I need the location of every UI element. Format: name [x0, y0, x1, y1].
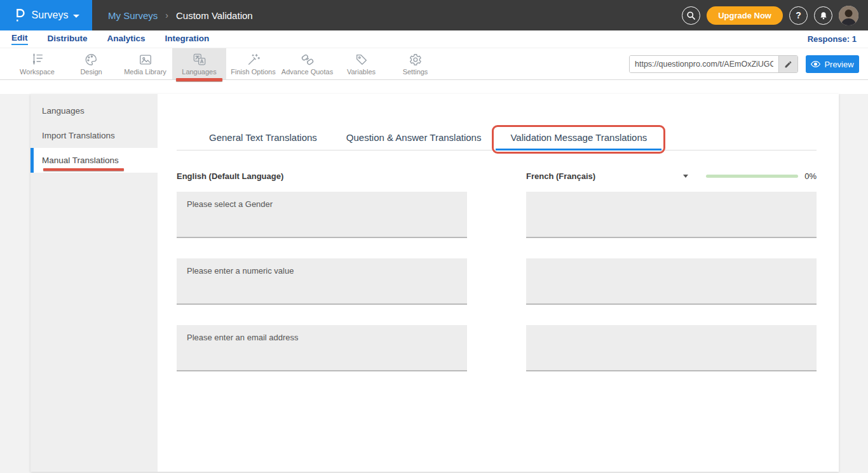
- target-language-select[interactable]: French (Français): [526, 171, 688, 181]
- target-text-field[interactable]: [526, 258, 817, 305]
- help-button[interactable]: ?: [789, 6, 808, 25]
- toolbar-item-label: Languages: [182, 68, 216, 76]
- source-text-field[interactable]: Please enter a numeric value: [177, 258, 467, 305]
- top-header: Surveys My Surveys › Custom Validation U…: [0, 0, 868, 30]
- response-count: Response: 1: [808, 34, 857, 44]
- source-language-label: English (Default Language): [177, 171, 283, 181]
- upgrade-now-button[interactable]: Upgrade Now: [707, 6, 783, 25]
- survey-url-input[interactable]: [630, 56, 778, 72]
- languages-icon: [192, 53, 207, 67]
- toolbar-item-label: Advance Quotas: [281, 68, 333, 76]
- toolbar-right-actions: Preview: [629, 55, 859, 73]
- tab-validation-message-translations[interactable]: Validation Message Translations: [496, 126, 661, 150]
- source-text-field[interactable]: Please enter an email address: [177, 325, 467, 371]
- tab-analytics[interactable]: Analytics: [107, 34, 146, 44]
- toolbar-item-label: Media Library: [124, 68, 166, 76]
- tab-distribute[interactable]: Distribute: [48, 34, 88, 44]
- product-name: Surveys: [32, 10, 69, 21]
- survey-url-group: [629, 55, 798, 73]
- translation-progress-percent: 0%: [804, 171, 817, 181]
- toolbar-item-design[interactable]: Design: [64, 48, 118, 79]
- finish-options-icon: [246, 53, 261, 67]
- sidebar-item-languages[interactable]: Languages: [31, 98, 158, 123]
- toolbar-item-settings[interactable]: Settings: [388, 48, 442, 79]
- toolbar-item-label: Variables: [347, 68, 376, 76]
- sidebar-item-label: Manual Translations: [42, 156, 119, 165]
- preview-label: Preview: [824, 60, 853, 69]
- breadcrumb-current-survey: Custom Validation: [176, 10, 253, 21]
- tab-question-answer-translations[interactable]: Question & Answer Translations: [332, 126, 496, 150]
- toolbar-item-media-library[interactable]: Media Library: [118, 48, 172, 79]
- toolbar-item-workspace[interactable]: Workspace: [10, 48, 64, 79]
- breadcrumb-separator-icon: ›: [165, 10, 168, 20]
- target-text-field[interactable]: [526, 192, 817, 238]
- edit-url-button[interactable]: [778, 56, 797, 72]
- advance-quotas-icon: [300, 53, 315, 67]
- workspace-icon: [30, 53, 45, 67]
- target-language-selected: French (Français): [526, 171, 595, 181]
- annotation-underline-manual-translations: [43, 168, 124, 171]
- preview-button[interactable]: Preview: [806, 55, 859, 73]
- chevron-down-icon: [683, 175, 688, 178]
- translations-sidebar: Languages Import Translations Manual Tra…: [31, 94, 158, 472]
- translation-row: Please enter a numeric value: [177, 258, 817, 305]
- translation-row: Please select a Gender: [177, 192, 817, 238]
- search-button[interactable]: [682, 6, 700, 25]
- search-icon: [686, 11, 696, 20]
- translations-content: General Text Translations Question & Ans…: [158, 94, 839, 472]
- toolbar-item-languages[interactable]: Languages: [172, 48, 226, 79]
- translation-row: Please enter an email address: [177, 325, 817, 371]
- translations-card: Languages Import Translations Manual Tra…: [31, 94, 839, 472]
- sidebar-item-label: Import Translations: [42, 131, 115, 140]
- sidebar-item-import-translations[interactable]: Import Translations: [31, 123, 158, 148]
- translation-tabs: General Text Translations Question & Ans…: [177, 126, 817, 150]
- toolbar-item-label: Workspace: [20, 68, 55, 76]
- tab-label: Validation Message Translations: [510, 132, 647, 143]
- avatar[interactable]: [839, 6, 858, 25]
- toolbar-item-variables[interactable]: Variables: [334, 48, 388, 79]
- bell-icon: [819, 11, 828, 20]
- breadcrumb-my-surveys[interactable]: My Surveys: [108, 10, 158, 21]
- pencil-icon: [784, 60, 792, 69]
- target-language-column-header: French (Français) 0%: [526, 171, 817, 181]
- annotation-underline-languages: [176, 78, 222, 81]
- toolbar-item-label: Settings: [403, 68, 428, 76]
- toolbar-item-advance-quotas[interactable]: Advance Quotas: [280, 48, 334, 79]
- questionpro-logo-icon: [13, 8, 27, 23]
- source-language-column-header: English (Default Language): [177, 171, 467, 181]
- tab-edit[interactable]: Edit: [11, 33, 28, 45]
- edit-toolbar: Workspace Design Media Library: [0, 48, 868, 80]
- page-background: Languages Import Translations Manual Tra…: [0, 94, 868, 473]
- variables-icon: [354, 53, 369, 67]
- tab-general-text-translations[interactable]: General Text Translations: [194, 126, 332, 150]
- design-icon: [84, 53, 98, 67]
- sidebar-item-label: Languages: [42, 106, 85, 116]
- settings-icon: [408, 53, 423, 67]
- chevron-down-icon: [73, 15, 79, 18]
- header-actions: Upgrade Now ?: [682, 6, 868, 25]
- media-library-icon: [138, 53, 153, 67]
- survey-section-nav: Edit Distribute Analytics Integration Re…: [0, 30, 868, 48]
- question-mark-icon: ?: [796, 10, 801, 20]
- source-text-field[interactable]: Please select a Gender: [177, 192, 467, 238]
- tab-integration[interactable]: Integration: [165, 34, 210, 44]
- target-text-field[interactable]: [526, 325, 817, 371]
- surveys-product-menu[interactable]: Surveys: [0, 0, 92, 30]
- sidebar-item-manual-translations[interactable]: Manual Translations: [31, 148, 158, 173]
- translation-progress-bar: [706, 175, 798, 178]
- breadcrumb: My Surveys › Custom Validation: [108, 10, 253, 21]
- toolbar-item-label: Design: [80, 68, 102, 76]
- toolbar-item-label: Finish Options: [231, 68, 275, 76]
- eye-icon: [811, 60, 820, 68]
- language-columns-header: English (Default Language) French (Franç…: [177, 171, 817, 181]
- toolbar-item-finish-options[interactable]: Finish Options: [226, 48, 280, 79]
- notifications-button[interactable]: [814, 6, 832, 25]
